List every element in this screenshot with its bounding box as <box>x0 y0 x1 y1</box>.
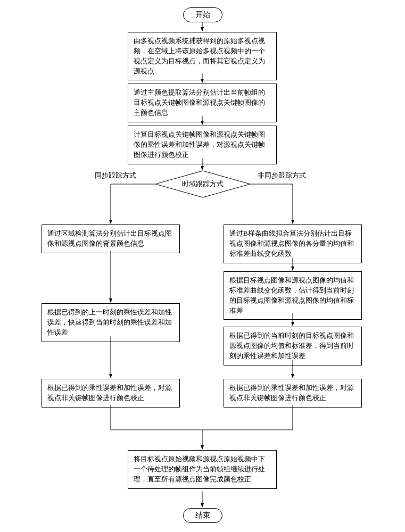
merge-step-text: 将目标视点原始视频和源视点原始视频中下一个待处理的帧组作为当前帧组继续进行处理，… <box>134 455 265 483</box>
branch-left-label: 同步跟踪方式 <box>94 171 137 180</box>
step-3-text: 计算目标视点关键帧图像和源视点关键帧图像的乘性误差和加性误差，对源视点关键帧图像… <box>134 130 265 159</box>
left-step-b-text: 根据已得到的上一时刻的乘性误差和加性误差，快速得到当前时刻的乘性误差和加性误差 <box>47 308 172 336</box>
decision-tracking-mode: 时域跟踪方式 <box>155 170 251 198</box>
step-1-text: 由多视点视频系统捕获得到的原始多视点视频，在空域上将该原始多视点视频中的一个视点… <box>134 37 265 75</box>
left-step-b: 根据已得到的上一时刻的乘性误差和加性误差，快速得到当前时刻的乘性误差和加性误差 <box>42 303 180 342</box>
right-step-c: 根据已得到的当前时刻的目标视点图像和源视点图像的均值和标准差，得到当前时刻的乘性… <box>224 327 362 365</box>
left-step-a: 通过区域检测算法分别估计出目标视点图像和源视点图像的背景颜色信息 <box>42 225 180 253</box>
right-step-b: 根据目标视点图像和源视点图像的均值和标准差曲线变化函数，估计得到当前时刻的目标视… <box>224 271 362 320</box>
left-step-a-text: 通过区域检测算法分别估计出目标视点图像和源视点图像的背景颜色信息 <box>47 229 172 247</box>
decision-label: 时域跟踪方式 <box>155 179 251 189</box>
step-2-text: 通过主颜色提取算法分别估计出当前帧组的目标视点关键帧图像和源视点关键帧图像的主颜… <box>134 88 265 117</box>
end-terminal: 结束 <box>183 508 222 523</box>
step-2: 通过主颜色提取算法分别估计出当前帧组的目标视点关键帧图像和源视点关键帧图像的主颜… <box>128 84 277 122</box>
right-step-a: 通过B样条曲线拟合算法分别估计出目标视点图像和源视点图像的各分量的均值和标准差曲… <box>224 225 362 263</box>
end-label: 结束 <box>195 511 210 519</box>
right-step-d-text: 根据已得到的乘性误差和加性误差，对源视点非关键帧图像进行颜色校正 <box>229 384 354 402</box>
step-1: 由多视点视频系统捕获得到的原始多视点视频，在空域上将该原始多视点视频中的一个视点… <box>128 32 277 80</box>
step-3: 计算目标视点关键帧图像和源视点关键帧图像的乘性误差和加性误差，对源视点关键帧图像… <box>128 126 277 164</box>
left-step-c-text: 根据已得到的乘性误差和加性误差，对源视点非关键帧图像进行颜色校正 <box>47 384 172 402</box>
branch-right-label: 非同步跟踪方式 <box>257 171 307 180</box>
start-terminal: 开始 <box>183 7 222 22</box>
left-step-c: 根据已得到的乘性误差和加性误差，对源视点非关键帧图像进行颜色校正 <box>42 379 180 408</box>
right-step-c-text: 根据已得到的当前时刻的目标视点图像和源视点图像的均值和标准差，得到当前时刻的乘性… <box>229 331 354 360</box>
right-step-a-text: 通过B样条曲线拟合算法分别估计出目标视点图像和源视点图像的各分量的均值和标准差曲… <box>229 229 354 257</box>
right-step-b-text: 根据目标视点图像和源视点图像的均值和标准差曲线变化函数，估计得到当前时刻的目标视… <box>229 276 354 314</box>
right-step-d: 根据已得到的乘性误差和加性误差，对源视点非关键帧图像进行颜色校正 <box>224 379 362 408</box>
start-label: 开始 <box>195 11 210 19</box>
merge-step: 将目标视点原始视频和源视点原始视频中下一个待处理的帧组作为当前帧组继续进行处理，… <box>128 450 277 489</box>
